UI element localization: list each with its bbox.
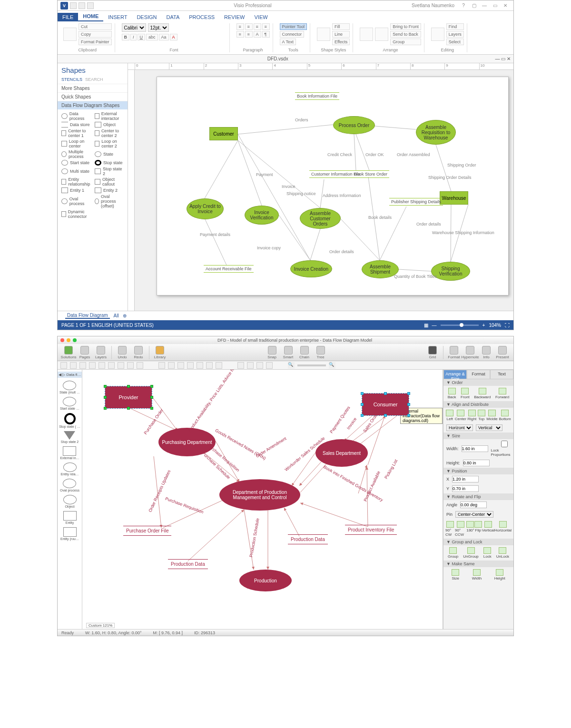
stencil-data-store[interactable]: Data store: [61, 122, 92, 128]
cd-stencil-start-state-[interactable]: Start state …: [60, 396, 79, 411]
zoom-icon[interactable]: [73, 338, 77, 342]
library-button[interactable]: Library: [153, 346, 167, 359]
ds-acct-recv[interactable]: Account Receivable File: [204, 265, 254, 273]
shapes-subtabs[interactable]: STENCILSSEARCH: [58, 77, 128, 84]
side-middle[interactable]: Middle: [486, 410, 498, 421]
change-shape-button[interactable]: [431, 28, 444, 41]
stencil-center-to-center-1[interactable]: Center to center 1: [61, 128, 92, 138]
side-horizontal[interactable]: Horizontal: [494, 521, 512, 537]
snap-button[interactable]: Snap: [265, 346, 279, 359]
side-left[interactable]: Left: [446, 410, 453, 421]
stencil-entity-2[interactable]: Entity 2: [95, 187, 124, 193]
cd-proc-sales[interactable]: Sales Department: [315, 439, 368, 467]
proc-invoice-ver[interactable]: Invoice Verification: [245, 206, 279, 225]
cd-stencil-stop-state-2[interactable]: Stop state 2: [61, 430, 79, 444]
rotate-buttons[interactable]: 90° CW90° CCW180°FlipVerticalHorizontal: [443, 519, 513, 539]
cd-stencil-oval-process[interactable]: Oval process: [60, 478, 79, 493]
ribbon-tab-file[interactable]: FILE: [58, 13, 78, 21]
format-painter[interactable]: Format Painter: [79, 39, 112, 45]
selection-handle[interactable]: [150, 396, 153, 399]
ds-book-info[interactable]: Book Information File: [295, 92, 339, 100]
side-backward[interactable]: Backward: [474, 388, 491, 399]
side-90-cw[interactable]: 90° CW: [445, 521, 455, 537]
cd-canvas[interactable]: External interactor(Data flow diagrams.c…: [82, 370, 443, 629]
close-icon[interactable]: [60, 338, 64, 342]
canvas-area[interactable]: 012345678910 CustomerWarehouseProcess Or…: [128, 63, 513, 311]
side-center[interactable]: Center: [455, 410, 466, 421]
selection-handle[interactable]: [361, 414, 364, 417]
stencil-state[interactable]: State: [95, 149, 124, 159]
stencil-data-process[interactable]: Data process: [61, 111, 92, 121]
selection-handle[interactable]: [407, 392, 410, 395]
pages-button[interactable]: Pages: [78, 346, 92, 359]
font-family[interactable]: Calibri: [122, 23, 146, 32]
ribbon-tab-insert[interactable]: INSERT: [103, 13, 132, 21]
ds-book-store[interactable]: Book Store Order: [352, 170, 389, 178]
side-front[interactable]: Front: [461, 388, 470, 399]
align-button[interactable]: [360, 28, 373, 41]
doc-window-buttons[interactable]: — ▭ ✕: [495, 56, 511, 61]
selection-handle[interactable]: [127, 385, 130, 388]
proc-apply-credit[interactable]: Apply Credit to Invoice: [187, 198, 224, 219]
pointer-tool[interactable]: Pointer Tool: [280, 23, 307, 30]
side-90-ccw[interactable]: 90° CCW: [455, 521, 466, 537]
cut-button[interactable]: Cut: [79, 23, 112, 30]
ribbon-tab-data[interactable]: DATA: [162, 13, 185, 21]
stencil-oval-process-offset-[interactable]: Oval process (offset): [95, 194, 124, 208]
stencil-dynamic-connector[interactable]: Dynamic connector: [61, 209, 92, 219]
copy-button[interactable]: Copy: [79, 31, 112, 38]
ribbon-tab-design[interactable]: DESIGN: [132, 13, 161, 21]
dfd-shapes-stencil[interactable]: Data Flow Diagram Shapes: [58, 101, 128, 109]
cd-stencil-entity[interactable]: Entity: [63, 510, 77, 525]
cd-ds-proddata2[interactable]: Production Data: [288, 534, 328, 544]
cd-stencil-entity-rou-[interactable]: Entity (rou…: [60, 526, 79, 541]
side-height[interactable]: Height: [494, 569, 505, 580]
selection-handle[interactable]: [407, 403, 410, 406]
side-size[interactable]: Size: [452, 569, 459, 580]
order-buttons[interactable]: BackFrontBackwardForward: [443, 386, 513, 401]
drawing-toolbar[interactable]: 🔍🔍: [58, 361, 513, 370]
width-input[interactable]: [462, 445, 488, 452]
bold-button[interactable]: B: [122, 34, 130, 40]
proc-process-order[interactable]: Process Order: [333, 116, 375, 134]
side-back[interactable]: Back: [448, 388, 456, 399]
selection-handle[interactable]: [384, 414, 387, 417]
cd-ext-provider[interactable]: Provider: [105, 386, 152, 408]
ribbon-tab-view[interactable]: VIEW: [249, 13, 272, 21]
smart-button[interactable]: Smart: [281, 346, 295, 359]
stencil-loop-on-center-2[interactable]: Loop on center 2: [95, 139, 124, 148]
grid-button[interactable]: Grid: [425, 346, 440, 359]
ribbon-tab-process[interactable]: PROCESS: [184, 13, 219, 21]
layers-button[interactable]: Layers: [94, 346, 108, 359]
ext-warehouse[interactable]: Warehouse: [440, 191, 468, 205]
group-buttons[interactable]: GroupUnGroupLockUnLock: [443, 545, 513, 561]
stencil-multi-state[interactable]: Multi state: [61, 167, 92, 176]
stencil-object[interactable]: Object: [95, 122, 124, 128]
stencil-center-to-center-2[interactable]: Center to center 2: [95, 128, 124, 138]
redo-button[interactable]: Redo: [131, 346, 146, 359]
side-ungroup[interactable]: UnGroup: [463, 547, 478, 559]
cd-proc-dpm[interactable]: Department of Production Management and …: [219, 479, 300, 511]
proc-assemble-orders[interactable]: Assemble Customer Orders: [300, 208, 341, 229]
cd-ext-consumer[interactable]: Consumer: [362, 394, 409, 415]
selection-handle[interactable]: [361, 403, 364, 406]
side-flip[interactable]: Flip: [474, 521, 482, 537]
selection-handle[interactable]: [104, 396, 107, 399]
cd-proc-production[interactable]: Production: [239, 570, 292, 591]
effects-button[interactable]: Effects: [332, 39, 350, 45]
stencil-header[interactable]: ◀ ▷ Data fl… ▦: [58, 372, 82, 378]
add-sheet-icon[interactable]: ⊕: [123, 313, 127, 318]
chain-button[interactable]: Chain: [297, 346, 312, 359]
italic-button[interactable]: I: [130, 34, 137, 40]
stencil-oval-process[interactable]: Oval process: [61, 194, 92, 208]
present-button[interactable]: Present: [495, 346, 510, 359]
selection-handle[interactable]: [150, 407, 153, 410]
quick-shapes[interactable]: Quick Shapes: [58, 92, 128, 101]
user-name[interactable]: Svetlana Naumenko: [412, 3, 454, 8]
cd-stencil-entity-rela-[interactable]: Entity rela…: [60, 462, 79, 477]
side-unlock[interactable]: UnLock: [496, 547, 509, 559]
side-vertical[interactable]: Vertical: [482, 521, 494, 537]
stencil-object-callout[interactable]: Object callout: [95, 177, 124, 187]
stencil-stop-state[interactable]: Stop state: [95, 160, 124, 166]
stencil-loop-on-center[interactable]: Loop on center: [61, 139, 92, 148]
